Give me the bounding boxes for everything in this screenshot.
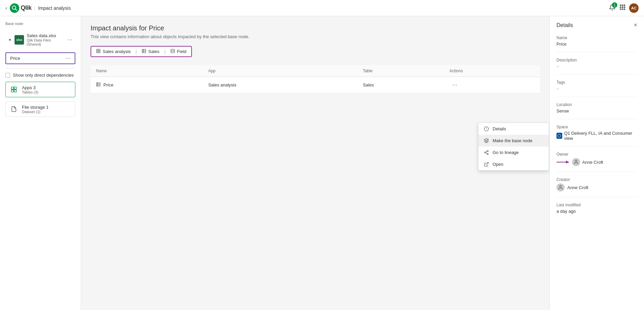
impact-analysis-title: Impact analysis for Price [91, 24, 540, 32]
svg-rect-16 [99, 49, 100, 51]
row-actions-cell: ⋯ [444, 77, 540, 93]
detail-last-modified-section: Last modified a day ago [556, 203, 637, 219]
space-label: Space [556, 125, 637, 129]
bc-item-field[interactable]: Field [166, 47, 191, 56]
topbar-right: 1 AC [609, 3, 639, 13]
bc-item-sales[interactable]: Sales [137, 47, 164, 56]
location-label: Location [556, 102, 637, 107]
apps-grid-button[interactable] [619, 4, 626, 12]
svg-rect-3 [622, 5, 623, 6]
bc-label-field: Field [177, 49, 187, 54]
col-actions: Actions [444, 65, 540, 77]
topbar-separator: | [34, 5, 35, 10]
svg-point-35 [484, 152, 486, 153]
row-actions-button[interactable]: ⋯ [449, 80, 460, 89]
qlik-logo-icon [10, 3, 19, 13]
ctx-make-base[interactable]: Make the base node [478, 135, 549, 147]
breadcrumb: Sales analysis › Sales › [91, 46, 192, 57]
file-storage-dep-icon [9, 104, 19, 114]
detail-creator-section: Creator Anne Croft [556, 177, 637, 197]
table-header-row: Name App Table Actions [91, 65, 540, 77]
col-app: App [203, 65, 357, 77]
price-node-more[interactable]: ⋯ [65, 55, 71, 61]
sales-analysis-icon [96, 49, 101, 54]
sidebar-divider-1 [5, 68, 75, 69]
direct-deps-checkbox[interactable] [5, 73, 10, 78]
topbar: ‹ Qlik | Impact analysis 1 [0, 0, 644, 16]
svg-point-42 [575, 160, 577, 162]
svg-rect-12 [14, 87, 17, 89]
price-node[interactable]: Price ⋯ [5, 52, 75, 64]
panel-header: Details × [556, 22, 637, 29]
ctx-make-base-label: Make the base node [493, 138, 532, 143]
tags-value: – [556, 86, 637, 91]
panel-title: Details [556, 22, 573, 28]
detail-location-section: Location Sense [556, 102, 637, 119]
topbar-left: ‹ Qlik | Impact analysis [5, 3, 71, 13]
back-button[interactable]: ‹ [5, 5, 7, 11]
sales-icon [142, 49, 146, 54]
file-node-more-button[interactable]: ⋯ [67, 36, 73, 43]
ctx-open[interactable]: Open [478, 158, 549, 170]
creator-avatar [556, 183, 565, 191]
svg-rect-11 [11, 87, 14, 89]
file-node-name: Sales data.xlsx [27, 33, 65, 38]
table-name-cell: Price [96, 82, 197, 88]
detail-owner-section: Owner Anne Croft [556, 152, 637, 172]
expand-icon[interactable]: ▼ [8, 38, 12, 42]
left-sidebar: Base node ▼ xlsx Sales data.xlsx Qlik Da… [0, 16, 81, 310]
svg-rect-18 [97, 51, 98, 53]
svg-rect-8 [620, 8, 621, 10]
owner-label: Owner [556, 152, 637, 157]
svg-rect-26 [97, 83, 100, 86]
svg-line-1 [16, 9, 17, 10]
tags-label: Tags [556, 80, 637, 85]
main-layout: Base node ▼ xlsx Sales data.xlsx Qlik Da… [0, 16, 644, 310]
ctx-details[interactable]: Details [478, 123, 549, 135]
main-content: Impact analysis for Price This view cont… [81, 16, 549, 310]
ctx-open-icon [483, 162, 489, 167]
field-icon [170, 49, 175, 54]
name-value: Price [556, 42, 637, 47]
file-node: ▼ xlsx Sales data.xlsx Qlik Data Files (… [5, 31, 75, 48]
description-label: Description [556, 58, 637, 62]
price-node-label: Price [10, 56, 20, 61]
panel-close-button[interactable]: × [634, 22, 637, 29]
svg-rect-19 [142, 49, 146, 53]
apps-dep-item[interactable]: Apps 3 Tables (3) [5, 82, 75, 97]
svg-marker-41 [566, 161, 569, 163]
svg-rect-9 [622, 8, 623, 10]
svg-rect-15 [97, 49, 98, 51]
ctx-go-to-lineage-icon [483, 150, 489, 155]
detail-name-section: Name Price [556, 35, 637, 52]
user-avatar[interactable]: AC [629, 3, 639, 13]
notifications-button[interactable]: 1 [609, 4, 616, 12]
file-node-sub: Qlik Data Files (Shared) [27, 38, 65, 46]
file-storage-dep-name: File storage 1 [22, 105, 72, 110]
file-storage-dep-item[interactable]: File storage 1 Dataset (1) [5, 101, 75, 117]
table-row: Price Sales analysis Sales ⋯ [91, 77, 540, 93]
detail-space-section: Space Q1 Delivery FLL, IA and Consumer v… [556, 125, 637, 147]
data-table: Name App Table Actions [91, 65, 540, 93]
qlik-logo: Qlik [10, 3, 31, 13]
detail-description-section: Description – [556, 58, 637, 75]
apps-dep-info: Apps 3 Tables (3) [22, 85, 72, 94]
notifications-badge: 1 [612, 2, 617, 8]
svg-rect-17 [99, 51, 100, 53]
impact-analysis-subtitle: This view contains information about obj… [91, 34, 540, 39]
creator-value: Anne Croft [567, 185, 588, 190]
svg-rect-13 [11, 90, 14, 92]
space-icon [556, 133, 562, 139]
space-value-row: Q1 Delivery FLL, IA and Consumer view [556, 131, 637, 141]
right-panel: Details × Name Price Description – Tags … [549, 16, 644, 310]
bc-item-sales-analysis[interactable]: Sales analysis [91, 47, 135, 56]
location-value: Sense [556, 108, 637, 113]
xlsx-icon: xlsx [15, 35, 24, 45]
ctx-details-icon [483, 126, 489, 131]
svg-rect-14 [14, 90, 17, 92]
svg-rect-5 [620, 6, 621, 8]
direct-deps-checkbox-row[interactable]: Show only direct dependencies [5, 73, 75, 78]
svg-point-36 [487, 153, 488, 155]
ctx-go-to-lineage[interactable]: Go to lineage [478, 147, 549, 158]
svg-line-37 [486, 153, 487, 153]
